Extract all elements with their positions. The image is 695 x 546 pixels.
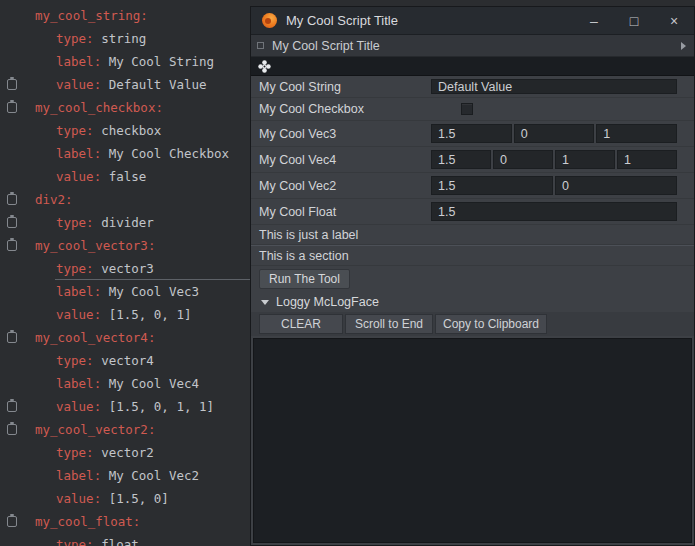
maximize-button[interactable]: □ [614, 7, 654, 34]
gutter-marker-icon[interactable] [7, 332, 17, 343]
code-line[interactable]: value: false [0, 165, 250, 188]
code-line[interactable]: type: vector2 [0, 441, 250, 464]
log-buttons-row: CLEARScroll to EndCopy to Clipboard [251, 312, 694, 336]
chevron-right-icon [681, 42, 686, 50]
log-output-area[interactable] [253, 338, 692, 543]
yaml-key: label: [56, 284, 101, 299]
value-field[interactable]: 1.5 [431, 150, 491, 169]
gutter-marker-icon[interactable] [7, 516, 17, 527]
flower-icon[interactable] [258, 60, 271, 73]
code-line[interactable]: my_cool_checkbox: [0, 96, 250, 119]
yaml-value: My Cool Vec3 [101, 284, 199, 299]
yaml-key: type: [56, 261, 94, 276]
yaml-key: type: [56, 123, 94, 138]
gutter-marker-icon[interactable] [7, 194, 17, 205]
field-group: 1.5 [431, 202, 677, 221]
code-line[interactable]: my_cool_vector2: [0, 418, 250, 441]
yaml-value: Default Value [101, 77, 206, 92]
code-line[interactable]: my_cool_vector4: [0, 326, 250, 349]
yaml-value: [1.5, 0, 1, 1] [101, 399, 214, 414]
run-row: Run The Tool [251, 266, 694, 292]
yaml-key: label: [56, 468, 101, 483]
scroll-to-end-button[interactable]: Scroll to End [345, 314, 433, 334]
code-line[interactable]: value: Default Value [0, 73, 250, 96]
screen: my_cool_string:type: stringlabel: My Coo… [0, 0, 695, 546]
log-section-label: Loggy McLogFace [276, 295, 379, 309]
value-field[interactable]: 0 [514, 124, 595, 143]
copy-to-clipboard-button[interactable]: Copy to Clipboard [435, 314, 547, 334]
yaml-value: float [94, 537, 139, 546]
value-field[interactable]: 1.5 [431, 124, 512, 143]
code-line[interactable]: my_cool_vector3: [0, 234, 250, 257]
code-line[interactable]: value: [1.5, 0, 1] [0, 303, 250, 326]
value-field[interactable]: 0 [555, 176, 677, 195]
value-field[interactable]: 1 [596, 124, 677, 143]
param-toolbar [251, 57, 694, 76]
minimize-button[interactable]: – [574, 7, 614, 34]
yaml-key: label: [56, 54, 101, 69]
yaml-key: my_cool_vector4: [35, 330, 155, 345]
value-field[interactable]: 1.5 [431, 176, 553, 195]
field-group: Default Value [431, 79, 677, 94]
clear-button[interactable]: CLEAR [259, 314, 343, 334]
code-line[interactable]: type: string [0, 27, 250, 50]
value-field[interactable]: 1.5 [431, 202, 677, 221]
yaml-value: string [94, 31, 147, 46]
code-line[interactable]: div2: [0, 188, 250, 211]
yaml-value: divider [94, 215, 154, 230]
code-line[interactable]: value: [1.5, 0, 1, 1] [0, 395, 250, 418]
code-line[interactable]: type: checkbox [0, 119, 250, 142]
value-field[interactable]: Default Value [431, 79, 677, 94]
code-line[interactable]: my_cool_float: [0, 510, 250, 533]
code-line[interactable]: type: divider [0, 211, 250, 234]
code-line[interactable]: type: float [0, 533, 250, 546]
yaml-value: [1.5, 0, 1] [101, 307, 191, 322]
gutter-marker-icon[interactable] [7, 79, 17, 90]
yaml-value: vector4 [94, 353, 154, 368]
param-group-header[interactable]: My Cool Script Title [251, 35, 694, 57]
yaml-value: My Cool String [101, 54, 214, 69]
code-editor[interactable]: my_cool_string:type: stringlabel: My Coo… [0, 0, 250, 546]
yaml-value: My Cool Checkbox [101, 146, 229, 161]
gutter-marker-icon[interactable] [7, 424, 17, 435]
yaml-key: label: [56, 376, 101, 391]
script-dialog-window: My Cool Script Title – □ × My Cool Scrip… [250, 6, 695, 546]
yaml-key: value: [56, 399, 101, 414]
gutter-marker-icon[interactable] [7, 401, 17, 412]
close-button[interactable]: × [654, 7, 694, 34]
yaml-key: my_cool_vector3: [35, 238, 155, 253]
field-group: 1.501 [431, 124, 677, 143]
param-label: My Cool Vec2 [259, 179, 336, 193]
checkbox[interactable] [461, 103, 473, 115]
code-line[interactable]: value: [1.5, 0] [0, 487, 250, 510]
code-line[interactable]: label: My Cool Vec2 [0, 464, 250, 487]
field-group: 1.5011 [431, 150, 677, 169]
code-line[interactable]: label: My Cool String [0, 50, 250, 73]
value-field[interactable]: 1 [555, 150, 615, 169]
param-label: This is just a label [259, 228, 358, 242]
yaml-value: My Cool Vec4 [101, 376, 199, 391]
yaml-key: type: [56, 537, 94, 546]
code-line[interactable]: my_cool_string: [0, 4, 250, 27]
code-line[interactable]: type: vector4 [0, 349, 250, 372]
param-group-checkbox[interactable] [257, 42, 264, 49]
code-line[interactable]: label: My Cool Vec4 [0, 372, 250, 395]
gutter-marker-icon[interactable] [7, 102, 17, 113]
code-line[interactable]: label: My Cool Vec3 [0, 280, 250, 303]
code-line[interactable]: label: My Cool Checkbox [0, 142, 250, 165]
app-logo-icon [262, 13, 277, 28]
title-bar[interactable]: My Cool Script Title – □ × [251, 7, 694, 35]
param-row-fields: My Cool Vec41.5011 [251, 147, 694, 173]
param-row-text: My Cool StringDefault Value [251, 76, 694, 98]
yaml-value: vector2 [94, 445, 154, 460]
yaml-key: my_cool_checkbox: [35, 100, 163, 115]
value-field[interactable]: 1 [617, 150, 677, 169]
log-section-header[interactable]: Loggy McLogFace [251, 292, 694, 312]
run-tool-button[interactable]: Run The Tool [259, 269, 350, 289]
gutter-marker-icon[interactable] [7, 217, 17, 228]
code-line[interactable]: type: vector3 [0, 257, 250, 280]
value-field[interactable]: 0 [493, 150, 553, 169]
param-group-label: My Cool Script Title [272, 39, 380, 53]
gutter-marker-icon[interactable] [7, 240, 17, 251]
yaml-key: type: [56, 445, 94, 460]
